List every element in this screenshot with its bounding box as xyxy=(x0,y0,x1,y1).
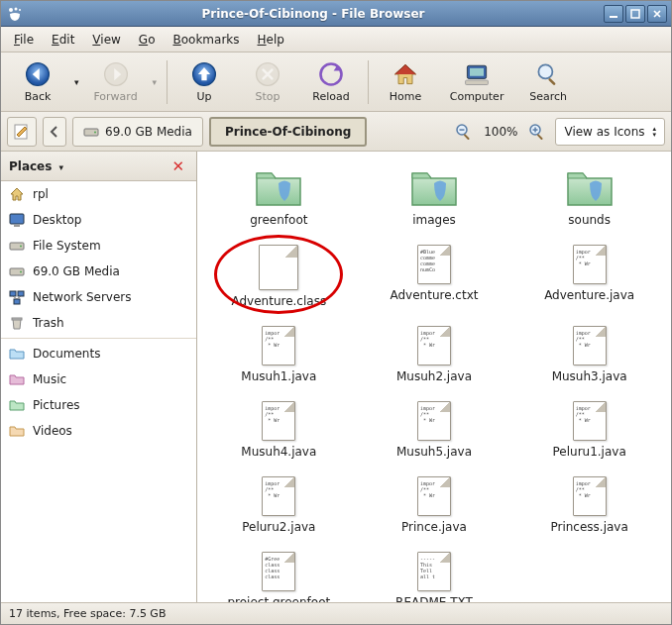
file-item[interactable]: impor /** * WrMusuh4.java xyxy=(204,397,353,463)
file-item[interactable]: impor /** * WrMusuh1.java xyxy=(204,322,353,387)
zoom-out-button[interactable] xyxy=(452,120,476,144)
sidebar-item-label: Network Servers xyxy=(33,290,132,304)
toolbar-separator xyxy=(167,60,168,104)
file-item[interactable]: impor /** * WrPeluru2.java xyxy=(204,472,353,538)
search-button[interactable]: Search xyxy=(517,56,579,107)
file-label: project.greenfoot xyxy=(227,595,330,602)
svg-rect-25 xyxy=(10,214,24,224)
folder-vid-icon xyxy=(9,423,25,439)
file-icon xyxy=(409,163,459,209)
sidebar-close-button[interactable]: ✕ xyxy=(168,157,188,175)
reload-button[interactable]: Reload xyxy=(300,56,362,107)
svg-point-30 xyxy=(20,271,22,273)
view-mode-selector[interactable]: View as Icons ▴▾ xyxy=(555,118,665,146)
file-item[interactable]: impor /** * WrMusuh3.java xyxy=(515,322,664,387)
menu-go[interactable]: Go xyxy=(132,30,163,50)
file-view[interactable]: greenfootimagessoundsAdventure.class#Blu… xyxy=(197,152,671,602)
file-item[interactable]: impor /** * WrAdventure.java xyxy=(515,241,664,312)
file-icon: #Gree class class class xyxy=(262,552,295,591)
file-label: Prince.java xyxy=(401,520,467,534)
network-icon xyxy=(9,289,25,305)
menu-help[interactable]: Help xyxy=(251,30,291,50)
sidebar-item-label: 69.0 GB Media xyxy=(33,264,120,278)
home-icon xyxy=(9,186,25,202)
file-icon xyxy=(254,163,303,209)
close-button[interactable] xyxy=(647,5,667,23)
sidebar-item-filesystem[interactable]: File System xyxy=(1,233,196,259)
trash-icon xyxy=(9,315,25,331)
svg-point-1 xyxy=(15,7,18,10)
sidebar-item-rpl[interactable]: rpl xyxy=(1,181,196,207)
sidebar-item-videos[interactable]: Videos xyxy=(1,418,196,444)
folder-music-icon xyxy=(9,371,25,387)
zoom-percent-label: 100% xyxy=(480,125,521,139)
file-item[interactable]: greenfoot xyxy=(204,159,353,231)
file-item[interactable]: impor /** * WrMusuh2.java xyxy=(360,322,508,387)
svg-rect-11 xyxy=(470,68,484,76)
toolbar-label: Computer xyxy=(450,90,504,103)
sidebar-item-trash[interactable]: Trash xyxy=(1,310,196,336)
sidebar-header: Places ▾ ✕ xyxy=(1,152,196,181)
file-icon: #Blue comme comme numCo xyxy=(417,245,451,284)
file-item[interactable]: impor /** * WrPrincess.java xyxy=(515,472,664,538)
file-icon: impor /** * Wr xyxy=(262,476,295,516)
path-segment-current[interactable]: Prince-Of-Cibinong xyxy=(209,117,367,147)
maximize-button[interactable] xyxy=(625,5,645,23)
reload-icon xyxy=(317,60,345,88)
sidebar-item-network[interactable]: Network Servers xyxy=(1,284,196,310)
file-icon: ----- This Tell all t xyxy=(417,552,451,591)
back-icon xyxy=(24,60,52,88)
file-item[interactable]: Adventure.class xyxy=(204,241,353,312)
path-segment-media[interactable]: 69.0 GB Media xyxy=(72,117,203,147)
file-icon: impor /** * Wr xyxy=(417,476,451,516)
file-icon: impor /** * Wr xyxy=(417,401,451,441)
sidebar-item-pictures[interactable]: Pictures xyxy=(1,392,196,418)
toolbar-label: Reload xyxy=(312,90,349,103)
file-label: Musuh2.java xyxy=(396,369,472,383)
sidebar-item-documents[interactable]: Documents xyxy=(1,341,196,366)
menu-file[interactable]: File xyxy=(7,30,41,50)
zoom-in-button[interactable] xyxy=(525,120,549,144)
location-bar: 69.0 GB Media Prince-Of-Cibinong 100% Vi… xyxy=(1,112,671,152)
sidebar-item-label: Documents xyxy=(33,347,100,361)
zoom-controls: 100% xyxy=(452,120,549,144)
computer-button[interactable]: Computer xyxy=(438,56,515,107)
svg-rect-14 xyxy=(548,78,556,86)
minimize-button[interactable] xyxy=(604,5,623,23)
file-item[interactable]: images xyxy=(360,159,508,231)
chevron-down-icon: ▾ xyxy=(56,162,63,172)
file-icon: impor /** * Wr xyxy=(573,245,607,284)
back-button[interactable]: Back xyxy=(7,56,68,107)
menu-bookmarks[interactable]: Bookmarks xyxy=(166,30,246,50)
drive-icon xyxy=(9,263,25,279)
location-parent-button[interactable] xyxy=(43,117,66,147)
menu-view[interactable]: View xyxy=(85,30,127,50)
file-item[interactable]: #Blue comme comme numCoAdventure.ctxt xyxy=(360,241,508,312)
menu-edit[interactable]: Edit xyxy=(45,30,81,50)
file-item[interactable]: ----- This Tell all tREADME.TXT xyxy=(360,548,508,602)
file-label: Adventure.java xyxy=(544,288,634,302)
file-label: Peluru1.java xyxy=(553,445,626,459)
file-label: images xyxy=(412,213,456,227)
file-item[interactable]: #Gree class class classproject.greenfoot xyxy=(204,548,353,602)
home-button[interactable]: Home xyxy=(375,56,436,107)
file-icon: impor /** * Wr xyxy=(262,326,295,365)
forward-history-dropdown: ▾ xyxy=(149,73,162,91)
file-item[interactable]: impor /** * WrPeluru1.java xyxy=(515,397,664,463)
file-item[interactable]: sounds xyxy=(515,159,664,231)
location-toggle-button[interactable] xyxy=(7,117,37,147)
svg-point-13 xyxy=(538,64,552,78)
sidebar-item-desktop[interactable]: Desktop xyxy=(1,207,196,233)
file-item[interactable]: impor /** * WrMusuh5.java xyxy=(360,397,508,463)
file-label: sounds xyxy=(568,213,611,227)
svg-rect-34 xyxy=(12,318,22,320)
back-history-dropdown[interactable]: ▾ xyxy=(70,73,83,91)
sidebar-item-music[interactable]: Music xyxy=(1,366,196,392)
up-button[interactable]: Up xyxy=(173,56,235,107)
file-item[interactable]: impor /** * WrPrince.java xyxy=(360,472,508,538)
sidebar-title[interactable]: Places ▾ xyxy=(9,159,168,173)
drive-icon xyxy=(9,238,25,254)
svg-rect-19 xyxy=(464,134,470,140)
sidebar-item-media69[interactable]: 69.0 GB Media xyxy=(1,259,196,284)
sidebar-item-label: Music xyxy=(33,372,66,386)
